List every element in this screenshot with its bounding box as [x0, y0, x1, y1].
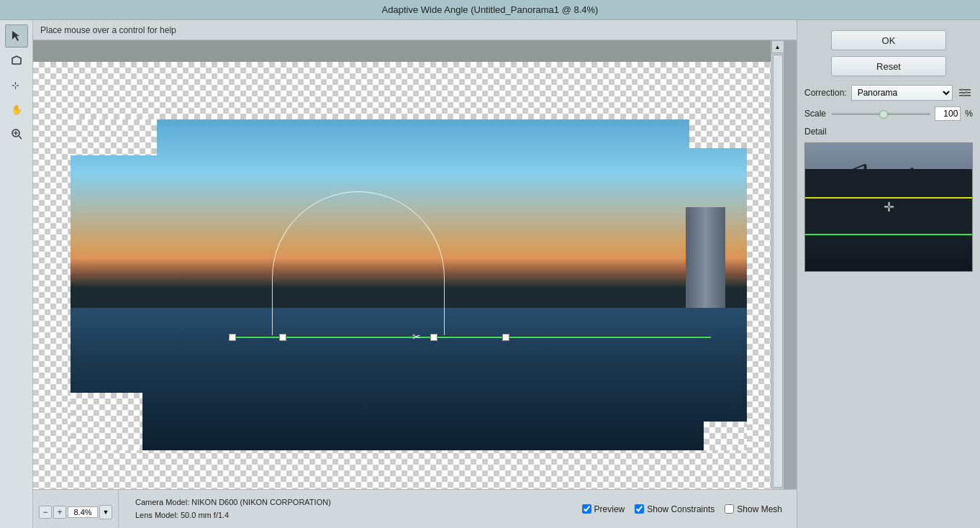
correction-label: Correction:: [804, 88, 847, 98]
scale-slider-container[interactable]: [832, 108, 930, 119]
show-mesh-label: Show Mesh: [737, 504, 782, 514]
detail-preview: ✛: [804, 142, 973, 272]
corner-tr: [689, 119, 747, 148]
zoom-out-button[interactable]: −: [39, 506, 52, 519]
panorama-image: ✂: [71, 119, 747, 450]
preview-checkbox[interactable]: [582, 504, 591, 514]
scale-percent-label: %: [965, 109, 973, 119]
corner-tl: [71, 119, 157, 155]
correction-row: Correction: Panorama Full Spherical Pers…: [804, 85, 973, 101]
zoom-area: − + 8.4% ▼: [33, 490, 119, 528]
corner-bl: [71, 393, 142, 450]
zoom-in-button[interactable]: +: [53, 506, 66, 519]
camera-info: Camera Model: NIKON D600 (NIKON CORPORAT…: [127, 493, 340, 524]
detail-section-label: Detail: [804, 127, 973, 137]
canvas-area: Place mouse over a control for help: [33, 20, 797, 528]
svg-rect-12: [966, 91, 967, 94]
svg-rect-11: [961, 88, 963, 91]
select-tool-button[interactable]: [5, 24, 28, 47]
help-text: Place mouse over a control for help: [40, 25, 176, 35]
zoom-dropdown-button[interactable]: ▼: [99, 505, 112, 519]
control-point-1[interactable]: [229, 334, 236, 341]
correction-settings-button[interactable]: [957, 85, 973, 101]
polygon-icon: [10, 54, 23, 67]
panorama-canvas: ✂: [33, 62, 784, 493]
svg-text:⊹: ⊹: [12, 80, 19, 91]
svg-rect-9: [959, 92, 971, 94]
show-constraints-checkbox-label[interactable]: Show Constraints: [635, 504, 714, 514]
polygon-tool-button[interactable]: [5, 49, 28, 72]
camera-model-text: Camera Model: NIKON D600 (NIKON CORPORAT…: [135, 496, 331, 509]
show-mesh-checkbox[interactable]: [725, 504, 734, 514]
hand-tool-button[interactable]: ✋: [5, 98, 28, 121]
svg-text:✋: ✋: [11, 104, 23, 116]
title-text: Adaptive Wide Angle (Untitled_Panorama1 …: [382, 4, 599, 15]
scroll-up-button[interactable]: ▲: [771, 40, 784, 53]
help-bar: Place mouse over a control for help: [33, 20, 797, 40]
svg-rect-13: [963, 94, 964, 97]
scale-row: Scale 100 %: [804, 106, 973, 121]
scale-value-input[interactable]: 100: [935, 106, 961, 121]
zoom-value: 8.4%: [68, 506, 98, 518]
checkboxes-area: Preview Show Constraints Show Mesh: [582, 504, 797, 514]
vertical-scrollbar[interactable]: ▲ ▼: [771, 40, 784, 502]
detail-crosshair: ✛: [884, 199, 894, 215]
detail-water: [805, 233, 972, 271]
main-layout: ⊹ ✋ Place mouse over a control for help: [0, 20, 980, 528]
svg-marker-0: [12, 31, 19, 41]
move-tool-button[interactable]: ⊹: [5, 73, 28, 96]
correction-dropdown[interactable]: Panorama Full Spherical Perspective Auto: [851, 85, 953, 101]
reset-button[interactable]: Reset: [831, 56, 946, 76]
show-constraints-label: Show Constraints: [647, 504, 714, 514]
svg-line-5: [19, 136, 22, 139]
move-icon: ⊹: [10, 78, 23, 91]
detail-yellow-line: [805, 197, 972, 199]
scale-label: Scale: [804, 109, 827, 119]
svg-rect-8: [959, 89, 971, 91]
ok-button[interactable]: OK: [831, 30, 946, 50]
show-constraints-checkbox[interactable]: [635, 504, 644, 514]
status-bar: − + 8.4% ▼ Camera Model: NIKON D600 (NIK…: [33, 489, 797, 528]
preview-label: Preview: [594, 504, 625, 514]
title-bar: Adaptive Wide Angle (Untitled_Panorama1 …: [0, 0, 980, 20]
left-toolbar: ⊹ ✋: [0, 20, 33, 528]
detail-green-line: [805, 234, 972, 235]
canvas-wrapper[interactable]: ✂ ▲ ▼ ◀ ▶: [33, 40, 797, 528]
corner-br: [704, 422, 747, 450]
canvas-inner[interactable]: ✂ ▲ ▼ ◀ ▶: [33, 40, 784, 515]
hand-icon: ✋: [10, 103, 23, 116]
preview-checkbox-label[interactable]: Preview: [582, 504, 625, 514]
select-icon: [10, 29, 23, 42]
building-right: [686, 207, 725, 308]
zoom-icon: [10, 127, 23, 140]
svg-rect-10: [959, 95, 971, 96]
zoom-tool-button[interactable]: [5, 122, 28, 145]
settings-icon: [959, 87, 971, 99]
control-point-4[interactable]: [502, 334, 509, 341]
scale-slider-track: [832, 113, 930, 115]
v-scroll-thumb[interactable]: [773, 55, 783, 488]
right-panel: OK Reset Correction: Panorama Full Spher…: [797, 20, 980, 528]
lens-model-text: Lens Model: 50.0 mm f/1.4: [135, 509, 331, 522]
scale-slider-thumb[interactable]: [879, 110, 888, 119]
constraint-line[interactable]: ✂: [229, 337, 711, 338]
show-mesh-checkbox-label[interactable]: Show Mesh: [725, 504, 782, 514]
